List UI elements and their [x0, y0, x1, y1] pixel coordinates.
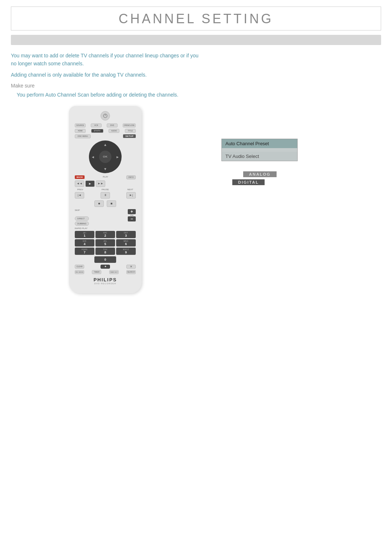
main-content: You may want to add or delete TV channel… — [11, 52, 381, 293]
rapid-play-label: RAPID PLAY — [75, 227, 136, 229]
rapid-play-area: RAPID PLAY — [75, 227, 136, 229]
transport-row2: PREV PAUSE NEXT — [75, 188, 136, 191]
title-button[interactable]: TITLE — [125, 129, 136, 133]
num7-button[interactable]: PQRS 7 — [75, 248, 94, 255]
ch-vol-col: + CH − — [128, 209, 136, 221]
num0-button[interactable]: 0 — [94, 256, 116, 263]
gray-bar — [11, 35, 381, 45]
analog-digital-labels: ANALOG DIGITAL — [221, 168, 381, 185]
ch-minus-button[interactable]: − — [128, 216, 136, 221]
brand-philips: PHILIPS — [75, 277, 136, 282]
num9-button[interactable]: WXYZ 9 — [116, 248, 136, 255]
num0-row: 0 — [75, 256, 136, 263]
pause-label: PAUSE — [100, 188, 111, 191]
brand-sub: DVD RECORDER — [75, 282, 136, 285]
timer-button[interactable]: TIMER — [92, 270, 101, 274]
bottom-label-row: REC MODE TIMER TIMER SET SEARCH — [75, 270, 136, 274]
num2-button[interactable]: ABC 2 — [95, 231, 115, 238]
left-side: You may want to add or delete TV channel… — [11, 52, 200, 293]
desc-para1: You may want to add or delete TV channel… — [11, 52, 200, 68]
analog-label: ANALOG — [243, 171, 277, 177]
disc-setup-row: DISC MENU SETUP — [75, 134, 136, 138]
power-button[interactable] — [101, 111, 110, 121]
num4-button[interactable]: GHI 4 — [75, 239, 94, 247]
nav-pad[interactable]: ▲ ▼ ◄ ► OK — [89, 140, 122, 173]
desc-indent: You perform Auto Channel Scan before add… — [11, 91, 200, 99]
back-button[interactable]: BACK — [75, 175, 85, 179]
numpad: .@/: 1 ABC 2 DEF 3 GHI 4 — [75, 231, 136, 255]
prev-pause-next-row: |◄ ⏸ ►| — [75, 192, 136, 199]
dtv-tv-button[interactable]: DTV/TV — [91, 129, 103, 133]
back-info-row: BACK PLAY INFO — [75, 175, 136, 179]
page-title: CHANNEL SETTING — [11, 11, 381, 27]
stop-button[interactable]: ⏹ — [107, 200, 116, 207]
source-button[interactable]: SOURCE — [75, 123, 86, 127]
prev-label: PREV — [75, 188, 86, 191]
rec-mode-button[interactable]: REC MODE — [75, 270, 84, 274]
ffw-button[interactable]: ►► — [96, 180, 105, 187]
ok-button[interactable]: OK — [99, 151, 111, 163]
clear-row: CLEAR ✱ ✕ — [75, 265, 136, 269]
top-btn-row2: HDMI DTV/TV AUDIO TITLE — [75, 129, 136, 133]
menu-spacer — [222, 148, 297, 152]
make-sure-label: Make sure — [11, 82, 200, 90]
top-btn-row1: SOURCE VCR DVD OPEN/CLOSE — [75, 123, 136, 127]
nav-left-arrow[interactable]: ◄ — [91, 155, 95, 159]
prev-button[interactable]: |◄ — [75, 192, 84, 199]
rec-button[interactable]: ⏺ — [94, 200, 104, 207]
direct-button[interactable]: D/RECT — [75, 216, 89, 221]
nav-right-arrow[interactable]: ► — [116, 155, 119, 159]
brand-area: PHILIPS DVD RECORDER — [75, 277, 136, 285]
timer-set-button[interactable]: TIMER SET — [109, 270, 119, 274]
num3-button[interactable]: DEF 3 — [116, 231, 136, 238]
pause-button[interactable]: ⏸ — [101, 192, 110, 199]
nav-up-arrow[interactable]: ▲ — [103, 143, 107, 147]
play-button[interactable]: ► — [85, 180, 95, 187]
transport-row1: ◄◄ ► ►► — [75, 180, 136, 187]
num1-button[interactable]: .@/: 1 — [75, 231, 94, 238]
description-block: You may want to add or delete TV channel… — [11, 52, 200, 99]
info-button[interactable]: INFO — [126, 175, 136, 179]
search-button[interactable]: SEARCH — [126, 270, 136, 274]
star-button[interactable]: ✱ — [101, 265, 110, 269]
disc-menu-button[interactable]: DISC MENU — [75, 134, 91, 138]
play-label: PLAY — [103, 176, 108, 178]
hdmi-button[interactable]: HDMI — [75, 129, 86, 133]
next-button[interactable]: ►| — [126, 192, 136, 199]
page-header: CHANNEL SETTING — [11, 7, 381, 30]
desc-para2: Adding channel is only available for the… — [11, 71, 200, 79]
open-close-button[interactable]: OPEN/CLOSE — [123, 123, 136, 127]
dvd-button[interactable]: DVD — [107, 123, 118, 127]
ch-plus-button[interactable]: + — [128, 209, 136, 214]
rec-stop-row: ⏺ ⏹ — [75, 200, 136, 207]
nav-pad-area: ▲ ▼ ◄ ► OK — [75, 140, 136, 173]
num8-button[interactable]: TUV 8 — [95, 248, 115, 255]
tv-audio-select-item[interactable]: TV Audio Select — [222, 152, 297, 161]
skip-direct-ch-row: SKIP D/RECT DUBBING + CH − — [75, 209, 136, 226]
x-button[interactable]: ✕ — [126, 265, 136, 269]
nav-down-arrow[interactable]: ▼ — [103, 167, 107, 171]
setup-button[interactable]: SETUP — [123, 134, 136, 138]
skip-col: SKIP D/RECT DUBBING — [75, 209, 89, 226]
vcr-button[interactable]: VCR — [91, 123, 102, 127]
remote-wrapper: SOURCE VCR DVD OPEN/CLOSE HDMI DTV/TV AU… — [11, 106, 200, 293]
remote-control: SOURCE VCR DVD OPEN/CLOSE HDMI DTV/TV AU… — [69, 106, 142, 293]
next-label: NEXT — [125, 188, 136, 191]
audio-button[interactable]: AUDIO — [109, 129, 119, 133]
clear-button[interactable]: CLEAR — [75, 265, 84, 269]
num5-button[interactable]: JKL 5 — [95, 239, 115, 247]
dubbing-button[interactable]: DUBBING — [75, 221, 89, 226]
right-side: Auto Channel Preset TV Audio Select ANAL… — [200, 52, 381, 293]
channel-menu-box: Auto Channel Preset TV Audio Select — [221, 139, 298, 161]
digital-label: DIGITAL — [232, 179, 265, 185]
power-row — [75, 111, 136, 121]
auto-channel-preset-item[interactable]: Auto Channel Preset — [222, 139, 297, 148]
rew-button[interactable]: ◄◄ — [75, 180, 84, 187]
num6-button[interactable]: MNO 6 — [116, 239, 136, 247]
